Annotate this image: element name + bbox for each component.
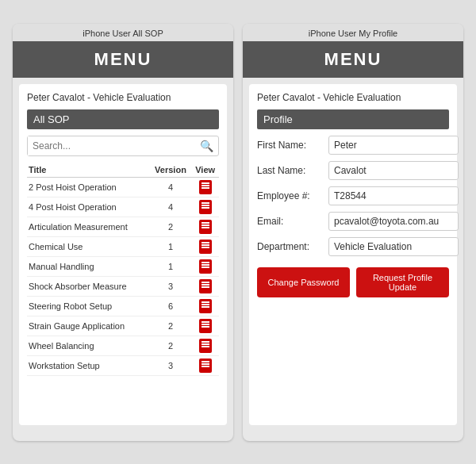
- screen-wrapper: iPhone User All SOP MENU Peter Cavalot -…: [0, 11, 476, 454]
- row-title: Shock Absorber Measure: [27, 276, 150, 296]
- row-view[interactable]: [191, 296, 219, 316]
- row-version: 2: [150, 316, 192, 336]
- row-version: 6: [150, 296, 192, 316]
- pdf-icon[interactable]: [199, 200, 212, 214]
- field-label: Last Name:: [257, 165, 328, 176]
- right-panel-body: Peter Cavalot - Vehicle Evaluation Profi…: [249, 84, 457, 425]
- left-phone-label: iPhone User All SOP: [13, 24, 233, 41]
- first-name-field[interactable]: [328, 136, 459, 155]
- last-name-field[interactable]: [328, 161, 459, 180]
- right-phone-label: iPhone User My Profile: [243, 24, 463, 41]
- table-row: Steering Robot Setup 6: [27, 296, 219, 316]
- row-version: 1: [150, 236, 192, 256]
- row-view[interactable]: [191, 316, 219, 336]
- profile-fields: First Name: Last Name: Employee #: Email…: [257, 136, 449, 256]
- search-container: 🔍: [27, 136, 219, 156]
- pdf-icon[interactable]: [199, 359, 212, 373]
- table-row: Manual Handling 1: [27, 256, 219, 276]
- department-field[interactable]: [328, 237, 459, 256]
- row-title: Manual Handling: [27, 256, 150, 276]
- pdf-icon[interactable]: [199, 180, 212, 194]
- field-label: Employee #:: [257, 190, 328, 201]
- table-row: Wheel Balancing 2: [27, 336, 219, 355]
- row-version: 4: [150, 177, 192, 197]
- profile-field-row: First Name:: [257, 136, 449, 155]
- row-title: Strain Gauge Application: [27, 316, 150, 336]
- profile-field-row: Department:: [257, 237, 449, 256]
- table-row: 2 Post Hoist Operation 4: [27, 177, 219, 197]
- request-update-button[interactable]: Request Profile Update: [356, 267, 449, 297]
- pdf-icon[interactable]: [199, 259, 212, 274]
- table-row: Chemical Use 1: [27, 236, 219, 256]
- row-version: 3: [150, 355, 192, 375]
- right-subtitle: Peter Cavalot - Vehicle Evaluation: [257, 92, 449, 103]
- row-view[interactable]: [191, 256, 219, 276]
- right-menu-header: MENU: [243, 41, 463, 78]
- row-title: 2 Post Hoist Operation: [27, 177, 150, 197]
- row-title: 4 Post Hoist Operation: [27, 197, 150, 217]
- search-button[interactable]: 🔍: [195, 136, 218, 155]
- row-version: 3: [150, 276, 192, 296]
- row-view[interactable]: [191, 197, 219, 217]
- search-input[interactable]: [28, 136, 195, 155]
- table-row: Strain Gauge Application 2: [27, 316, 219, 336]
- pdf-icon[interactable]: [199, 339, 212, 353]
- row-title: Wheel Balancing: [27, 336, 150, 355]
- col-view: View: [191, 163, 219, 178]
- row-view[interactable]: [191, 236, 219, 256]
- profile-field-row: Last Name:: [257, 161, 449, 180]
- pdf-icon[interactable]: [199, 319, 212, 333]
- pdf-icon[interactable]: [199, 240, 212, 254]
- table-row: Workstation Setup 3: [27, 355, 219, 375]
- left-section-bar: All SOP: [27, 109, 219, 129]
- row-title: Articulation Measurement: [27, 217, 150, 236]
- table-row: Articulation Measurement 2: [27, 217, 219, 236]
- change-password-button[interactable]: Change Password: [257, 267, 350, 297]
- row-title: Steering Robot Setup: [27, 296, 150, 316]
- email-field[interactable]: [328, 212, 459, 231]
- pdf-icon[interactable]: [199, 220, 212, 234]
- row-title: Workstation Setup: [27, 355, 150, 375]
- left-menu-header: MENU: [13, 41, 233, 78]
- pdf-icon[interactable]: [199, 279, 212, 293]
- left-panel-body: Peter Cavalot - Vehicle Evaluation All S…: [19, 84, 227, 425]
- row-view[interactable]: [191, 217, 219, 236]
- table-row: 4 Post Hoist Operation 4: [27, 197, 219, 217]
- pdf-icon[interactable]: [199, 299, 212, 313]
- row-version: 1: [150, 256, 192, 276]
- left-panel: iPhone User All SOP MENU Peter Cavalot -…: [13, 24, 233, 441]
- col-title: Title: [27, 163, 150, 178]
- row-title: Chemical Use: [27, 236, 150, 256]
- right-section-bar: Profile: [257, 109, 449, 129]
- sop-table: Title Version View 2 Post Hoist Operatio…: [27, 163, 219, 376]
- row-version: 2: [150, 336, 192, 355]
- row-view[interactable]: [191, 355, 219, 375]
- profile-field-row: Employee #:: [257, 186, 449, 205]
- row-view[interactable]: [191, 177, 219, 197]
- right-panel: iPhone User My Profile MENU Peter Cavalo…: [243, 24, 463, 441]
- employee-field[interactable]: [328, 186, 459, 205]
- row-version: 2: [150, 217, 192, 236]
- field-label: First Name:: [257, 140, 328, 151]
- row-view[interactable]: [191, 336, 219, 355]
- profile-field-row: Email:: [257, 212, 449, 231]
- profile-btn-row: Change Password Request Profile Update: [257, 267, 449, 297]
- field-label: Email:: [257, 216, 328, 227]
- field-label: Department:: [257, 241, 328, 252]
- row-view[interactable]: [191, 276, 219, 296]
- row-version: 4: [150, 197, 192, 217]
- col-version: Version: [150, 163, 192, 178]
- left-subtitle: Peter Cavalot - Vehicle Evaluation: [27, 92, 219, 103]
- table-row: Shock Absorber Measure 3: [27, 276, 219, 296]
